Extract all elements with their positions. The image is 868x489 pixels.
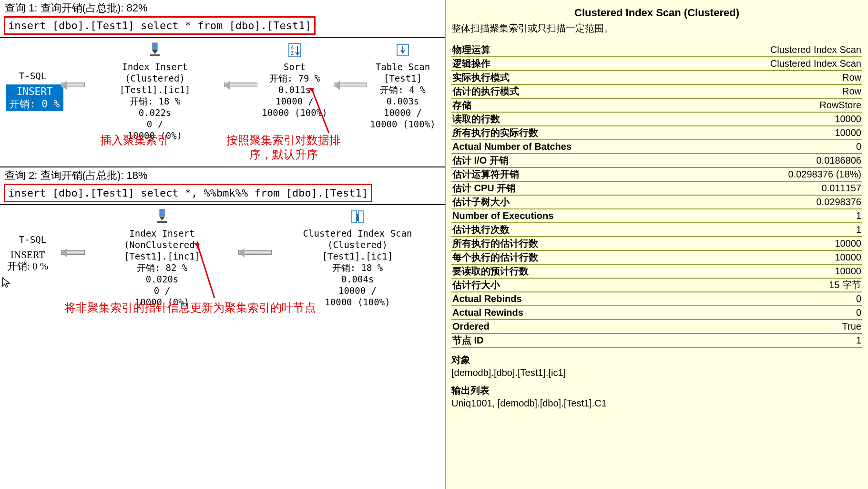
svg-rect-7 [160, 209, 164, 216]
property-key: 所有执行的实际行数 [452, 126, 538, 139]
property-row: Actual Number of Batches0 [451, 140, 862, 154]
property-row: Actual Rewinds0 [451, 306, 862, 320]
property-row: 所有执行的估计行数10000 [451, 237, 862, 251]
query2-sql: insert [dbo].[Test1] select *, %%bmk%% f… [4, 184, 372, 202]
property-key: 节点 ID [452, 334, 484, 347]
op-cost: 开销: 4 % [367, 84, 439, 95]
insert-cost: 开销: 0 % [7, 260, 48, 272]
svg-rect-8 [157, 221, 167, 223]
property-key: 逻辑操作 [452, 57, 490, 70]
svg-line-6 [312, 90, 329, 133]
red-arrow-icon [305, 88, 338, 135]
op-title: Index Insert (Clustered) [91, 61, 219, 84]
table-scan-operator[interactable]: Table Scan [Test1] 开销: 4 % 0.003s 10000 … [367, 42, 439, 130]
property-value: 0.0298376 (18%) [788, 168, 861, 181]
clustered-index-scan-icon [349, 208, 366, 225]
property-row: 每个执行的估计行数10000 [451, 251, 862, 265]
property-value: 0 [856, 306, 861, 319]
index-insert-nc-icon [153, 208, 171, 225]
property-row: 估计执行次数1 [451, 223, 862, 237]
property-row: Actual Rebinds0 [451, 292, 862, 306]
tsql-label: T-SQL [19, 70, 46, 82]
property-key: 估计执行次数 [452, 223, 510, 236]
property-row: 存储RowStore [451, 99, 862, 113]
property-value: 0 [856, 140, 861, 153]
op-rows1: 10000 / [274, 285, 441, 296]
property-value: 10000 [835, 126, 861, 139]
tsql-label: T-SQL [19, 234, 46, 245]
property-key: 要读取的预计行数 [452, 265, 529, 278]
property-row: 估计 I/O 开销0.0186806 [451, 154, 862, 168]
insert-operator[interactable]: INSERT 开销: 0 % [6, 84, 63, 111]
property-row: 估计子树大小0.0298376 [451, 196, 862, 209]
op-cost: 开销: 18 % [274, 262, 441, 273]
op-time: 0.004s [274, 273, 441, 285]
property-value: 15 字节 [829, 279, 861, 291]
tooltip-desc: 整体扫描聚集索引或只扫描一定范围。 [451, 22, 862, 35]
property-value: 10000 [835, 265, 861, 278]
op-cost: 开销: 79 % [260, 73, 329, 84]
op-time: 0.003s [367, 95, 439, 107]
property-key: 物理运算 [452, 43, 490, 56]
property-key: 存储 [452, 99, 471, 112]
property-value: RowStore [819, 99, 861, 112]
property-value: Row [842, 71, 861, 84]
properties-pane: Clustered Index Scan (Clustered) 整体扫描聚集索… [446, 0, 868, 489]
property-key: Number of Executions [452, 209, 553, 222]
index-insert-operator[interactable]: Index Insert (Clustered) [Test1].[ic1] 开… [91, 42, 219, 141]
property-key: 读取的行数 [452, 113, 500, 125]
svg-rect-10 [358, 211, 363, 222]
op-rows2: 10000 (100%) [367, 118, 439, 130]
property-value: 0 [856, 292, 861, 305]
table-scan-icon [394, 42, 411, 59]
property-row: 所有执行的实际行数10000 [451, 126, 862, 140]
property-row: 要读取的预计行数10000 [451, 265, 862, 279]
op-cost: 开销: 18 % [91, 95, 219, 107]
query1-header: 查询 1: 查询开销(占总批): 82% [0, 0, 445, 16]
query2-plan[interactable]: T-SQL INSERT 开销: 0 % Index Insert (NonCl… [0, 205, 445, 329]
property-value: 0.0298376 [816, 196, 861, 208]
property-key: Ordered [452, 320, 490, 333]
clustered-index-scan-operator[interactable]: Clustered Index Scan (Clustered) [Test1]… [274, 208, 441, 308]
insert-label: INSERT [7, 249, 48, 260]
insert-operator[interactable]: INSERT 开销: 0 % [7, 249, 48, 272]
property-row: OrderedTrue [451, 320, 862, 334]
property-value: Row [842, 85, 861, 98]
property-value: 10000 [835, 113, 861, 125]
property-key: Actual Number of Batches [452, 140, 572, 153]
svg-text:Z: Z [291, 51, 294, 56]
property-value: 1 [856, 334, 861, 347]
object-value: [demodb].[dbo].[Test1].[ic1] [451, 367, 862, 378]
op-obj: [Test1] [367, 73, 439, 84]
property-key: 估计 I/O 开销 [452, 154, 509, 167]
property-row: 读取的行数10000 [451, 113, 862, 126]
property-key: 估计子树大小 [452, 196, 510, 208]
property-row: 物理运算Clustered Index Scan [451, 43, 862, 57]
op-time: 0.022s [91, 107, 219, 118]
arrow [61, 83, 85, 87]
properties-list: 物理运算Clustered Index Scan逻辑操作Clustered In… [451, 43, 862, 348]
property-row: 估计的执行模式Row [451, 85, 862, 99]
property-row: 估计 CPU 开销0.011157 [451, 182, 862, 196]
op-obj: [Test1].[ic1] [274, 250, 441, 262]
property-value: True [842, 320, 861, 333]
svg-rect-0 [153, 43, 157, 50]
query1-plan[interactable]: T-SQL INSERT 开销: 0 % Index Insert (Clust… [0, 38, 445, 166]
arrow [61, 250, 85, 255]
svg-rect-9 [352, 211, 357, 222]
annotation-3: 将非聚集索引的指针信息更新为聚集索引的叶节点 [64, 301, 316, 315]
arrow [334, 83, 367, 87]
property-value: 1 [856, 209, 861, 222]
property-key: 每个执行的估计行数 [452, 251, 538, 264]
property-value: Clustered Index Scan [770, 43, 861, 56]
arrow [224, 83, 257, 87]
execution-plan-pane: 查询 1: 查询开销(占总批): 82% insert [dbo].[Test1… [0, 0, 446, 489]
insert-cost: 开销: 0 % [10, 98, 60, 110]
output-value: Uniq1001, [demodb].[dbo].[Test1].C1 [451, 398, 862, 409]
sort-icon: AZ [286, 42, 303, 59]
property-value: 1 [856, 223, 861, 236]
property-key: 估计行大小 [452, 279, 500, 291]
op-title: Clustered Index Scan (Clustered) [274, 228, 441, 250]
red-arrow-icon [188, 243, 222, 301]
property-key: Actual Rebinds [452, 292, 522, 305]
